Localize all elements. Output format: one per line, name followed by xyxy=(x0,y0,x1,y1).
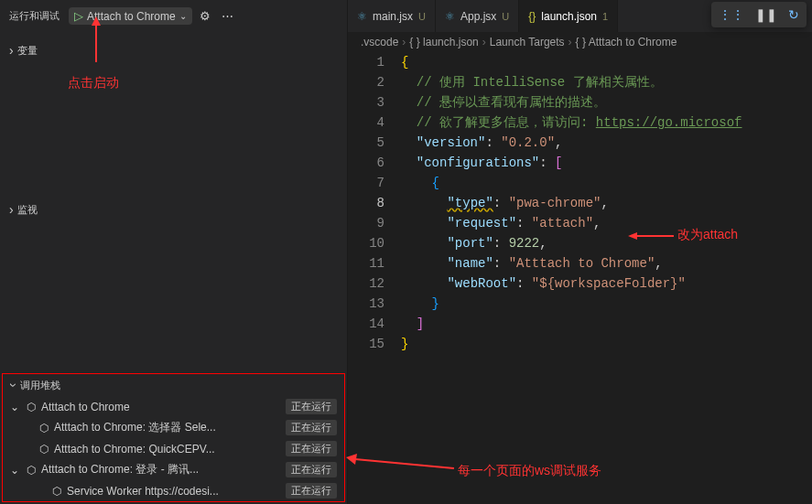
tab-launch.json[interactable]: {}launch.json1 xyxy=(519,0,618,32)
tab-modified-indicator: U xyxy=(502,11,509,22)
call-stack-item[interactable]: ⌄⬡Atttach to Chrome: 登录 - 腾讯...正在运行 xyxy=(3,459,344,480)
code-line[interactable]: "port": 9222, xyxy=(401,233,812,253)
code-line[interactable]: "request": "attach", xyxy=(401,213,812,233)
more-icon[interactable]: ⋯ xyxy=(218,9,237,23)
stack-label: Atttach to Chrome xyxy=(41,401,280,413)
code-line[interactable]: } xyxy=(401,334,812,354)
chevron-icon: ⌄ xyxy=(10,401,21,413)
status-badge: 正在运行 xyxy=(286,420,337,435)
breadcrumb-separator: › xyxy=(482,36,486,48)
code-line[interactable]: { xyxy=(401,52,812,72)
watch-section-header[interactable]: 监视 xyxy=(0,198,347,220)
stack-label: Atttach to Chrome: 选择器 Sele... xyxy=(54,420,280,435)
breadcrumb-item[interactable]: { } Atttach to Chrome xyxy=(576,36,677,48)
bug-icon: ⬡ xyxy=(39,422,49,434)
code-line[interactable]: } xyxy=(401,294,812,314)
breadcrumb[interactable]: .vscode›{ } launch.json›Launch Targets›{… xyxy=(348,32,812,52)
annotation-attach: 改为attach xyxy=(677,227,738,243)
call-stack-section: 调用堆栈 ⌄⬡Atttach to Chrome正在运行⬡Atttach to … xyxy=(2,373,345,502)
bug-icon: ⬡ xyxy=(27,401,36,413)
status-badge: 正在运行 xyxy=(286,462,337,477)
code-editor[interactable]: 123456789101112131415 { // 使用 IntelliSen… xyxy=(348,52,812,504)
variables-section-header[interactable]: 变量 xyxy=(0,39,347,61)
tab-main.jsx[interactable]: ⚛main.jsxU xyxy=(348,0,436,32)
code-line[interactable]: // 悬停以查看现有属性的描述。 xyxy=(401,92,812,113)
code-line[interactable]: "type": "pwa-chrome", xyxy=(401,193,812,213)
code-lines[interactable]: { // 使用 IntelliSense 了解相关属性。 // 悬停以查看现有属… xyxy=(401,52,812,504)
call-stack-item[interactable]: ⬡Service Worker https://codesi...正在运行 xyxy=(3,480,344,501)
breadcrumb-item[interactable]: { } launch.json xyxy=(409,36,478,48)
restart-button[interactable]: ↻ xyxy=(784,5,804,25)
call-stack-item[interactable]: ⌄⬡Atttach to Chrome正在运行 xyxy=(3,396,344,417)
file-icon: ⚛ xyxy=(445,10,455,23)
stack-label: Service Worker https://codesi... xyxy=(67,485,280,498)
annotation-ws: 每一个页面的ws调试服务 xyxy=(458,463,601,479)
tab-label: main.jsx xyxy=(373,10,413,23)
tab-modified-indicator: 1 xyxy=(602,11,608,22)
stack-label: Atttach to Chrome: 登录 - 腾讯... xyxy=(41,462,280,477)
code-line[interactable]: "version": "0.2.0", xyxy=(401,133,812,153)
code-line[interactable]: "webRoot": "${workspaceFolder}" xyxy=(401,273,812,294)
call-stack-item[interactable]: ⬡Atttach to Chrome: QuickCEPV...正在运行 xyxy=(3,438,344,459)
breadcrumb-item[interactable]: .vscode xyxy=(361,36,398,48)
status-badge: 正在运行 xyxy=(286,441,337,456)
bug-icon: ⬡ xyxy=(27,464,36,477)
gear-icon[interactable]: ⚙ xyxy=(196,9,214,23)
annotation-click-start: 点击启动 xyxy=(68,75,119,91)
config-name: Atttach to Chrome xyxy=(87,10,176,23)
code-line[interactable]: "name": "Atttach to Chrome", xyxy=(401,253,812,273)
code-line[interactable]: // 使用 IntelliSense 了解相关属性。 xyxy=(401,72,812,92)
file-icon: {} xyxy=(528,10,536,23)
config-selector[interactable]: ▷ Atttach to Chrome ⌄ xyxy=(69,7,192,25)
debug-header: 运行和调试 ▷ Atttach to Chrome ⌄ ⚙ ⋯ xyxy=(0,0,347,32)
breadcrumb-separator: › xyxy=(402,36,406,48)
stack-label: Atttach to Chrome: QuickCEPV... xyxy=(54,443,280,456)
debug-title: 运行和调试 xyxy=(4,9,65,23)
bug-icon: ⬡ xyxy=(52,485,61,498)
chevron-down-icon[interactable]: ⌄ xyxy=(179,11,187,21)
code-line[interactable]: // 欲了解更多信息，请访问: https://go.microsof xyxy=(401,113,812,133)
breadcrumb-item[interactable]: Launch Targets xyxy=(490,36,565,48)
tab-App.jsx[interactable]: ⚛App.jsxU xyxy=(436,0,519,32)
code-line[interactable]: "configurations": [ xyxy=(401,153,812,173)
tab-label: App.jsx xyxy=(460,10,496,23)
play-icon[interactable]: ▷ xyxy=(74,9,83,23)
bug-icon: ⬡ xyxy=(39,443,49,456)
grip-icon[interactable]: ⋮⋮ xyxy=(714,5,749,25)
tab-label: launch.json xyxy=(541,10,597,23)
call-stack-item[interactable]: ⬡Atttach to Chrome: 选择器 Sele...正在运行 xyxy=(3,417,344,438)
status-badge: 正在运行 xyxy=(286,483,337,499)
line-gutter: 123456789101112131415 xyxy=(348,52,401,504)
debug-controls: ⋮⋮ ❚❚ ↻ xyxy=(711,2,807,27)
breadcrumb-separator: › xyxy=(568,36,572,48)
code-line[interactable]: ] xyxy=(401,314,812,334)
chevron-icon: ⌄ xyxy=(10,464,21,477)
tab-modified-indicator: U xyxy=(418,11,426,22)
status-badge: 正在运行 xyxy=(286,399,337,414)
call-stack-header[interactable]: 调用堆栈 xyxy=(3,374,344,396)
file-icon: ⚛ xyxy=(357,10,367,23)
pause-button[interactable]: ❚❚ xyxy=(751,5,782,25)
code-line[interactable]: { xyxy=(401,173,812,193)
